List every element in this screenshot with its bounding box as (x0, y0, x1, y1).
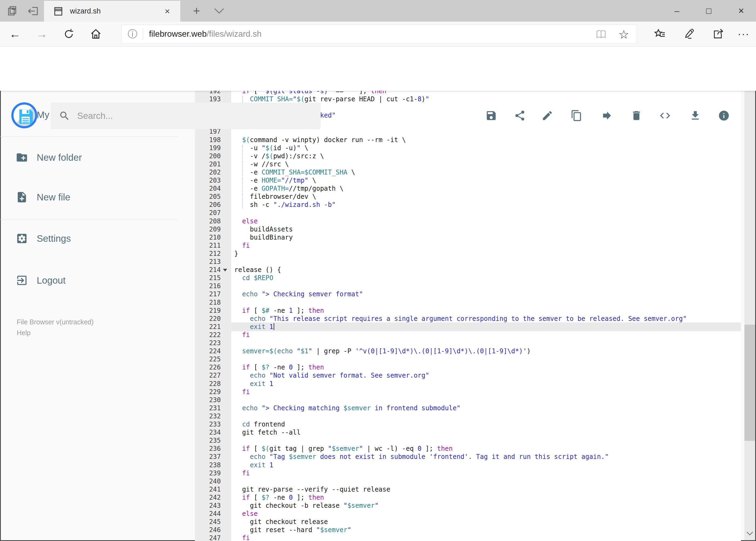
fold-marker-icon[interactable] (223, 269, 227, 271)
share-icon[interactable] (709, 22, 728, 46)
window-maximize-button[interactable]: □ (696, 0, 722, 22)
line-number[interactable]: 192 (195, 91, 231, 95)
line-number[interactable]: 213 (195, 258, 231, 266)
scrollbar-thumb[interactable] (744, 325, 755, 441)
code-line[interactable]: 230 (195, 396, 741, 404)
refresh-button[interactable] (59, 22, 78, 46)
line-number[interactable]: 220 (195, 315, 231, 323)
code-line[interactable]: 229 fi (195, 388, 741, 396)
line-number[interactable]: 203 (195, 176, 231, 185)
filebrowser-logo[interactable] (11, 102, 37, 128)
line-number[interactable]: 242 (195, 493, 231, 502)
code-line[interactable]: 200 -v /$(pwd):/src:z \ (195, 152, 741, 161)
code-line[interactable]: 223 (195, 339, 741, 347)
settings-menu-ellipsis[interactable]: ··· (734, 22, 753, 46)
search-bar[interactable] (51, 103, 321, 129)
code-line[interactable]: 199 -u "$(id -u)" \ (195, 144, 741, 152)
line-number[interactable]: 202 (195, 168, 231, 176)
code-line[interactable]: 212} (195, 250, 741, 258)
code-line[interactable]: 214release () { (195, 266, 741, 274)
code-line[interactable]: 217 echo "> Checking semver format" (195, 290, 741, 298)
save-icon[interactable] (485, 110, 497, 122)
line-number[interactable]: 234 (195, 428, 231, 436)
line-number[interactable]: 231 (195, 404, 231, 412)
info-icon[interactable] (718, 110, 730, 122)
line-number[interactable]: 193 (195, 95, 231, 103)
sidebar-footer-help-link[interactable]: Help (17, 329, 31, 337)
code-line[interactable]: 246 git reset --hard "$semver" (195, 526, 741, 534)
download-icon[interactable] (689, 110, 701, 122)
line-number[interactable]: 239 (195, 469, 231, 477)
sidebar-item-settings[interactable]: Settings (0, 229, 178, 248)
code-view-icon[interactable] (659, 110, 671, 122)
code-line[interactable]: 243 git checkout -b release "$semver" (195, 502, 741, 510)
code-line[interactable]: 222 fi (195, 331, 741, 339)
code-line[interactable]: 228 exit 1 (195, 380, 741, 388)
line-number[interactable]: 240 (195, 477, 231, 485)
line-number[interactable]: 222 (195, 331, 231, 339)
line-number[interactable]: 215 (195, 274, 231, 282)
line-number[interactable]: 228 (195, 380, 231, 388)
line-number[interactable]: 227 (195, 371, 231, 379)
code-line[interactable]: 205 filebrowser/dev \ (195, 193, 741, 201)
line-number[interactable]: 198 (195, 136, 231, 144)
line-number[interactable]: 221 (195, 323, 231, 331)
code-line[interactable]: 213 (195, 258, 741, 266)
line-number[interactable]: 243 (195, 502, 231, 510)
line-number[interactable]: 218 (195, 298, 231, 306)
sidebar-item-new-folder[interactable]: New folder (0, 148, 178, 167)
code-line[interactable]: 219 if [ $# -ne 1 ]; then (195, 306, 741, 315)
url-text[interactable]: filebrowser.web/files/wizard.sh (149, 29, 262, 39)
sidebar-item-logout[interactable]: Logout (0, 271, 178, 290)
code-line[interactable]: 234 git fetch --all (195, 428, 741, 437)
code-line[interactable]: 241 git rev-parse --verify --quiet relea… (195, 485, 741, 494)
code-line[interactable]: 226 if [ $? -ne 0 ]; then (195, 363, 741, 372)
line-number[interactable]: 201 (195, 160, 231, 168)
code-line[interactable]: 239 fi (195, 469, 741, 477)
code-line[interactable]: 192 if [ "$(git status -s)" == "" ]; the… (195, 91, 741, 95)
reading-view-icon[interactable] (595, 28, 607, 41)
site-info-icon[interactable]: ⓘ (127, 28, 137, 41)
line-number[interactable]: 245 (195, 518, 231, 526)
back-button[interactable]: ← (5, 22, 24, 46)
line-number[interactable]: 224 (195, 347, 231, 355)
code-line[interactable]: 193 COMMIT_SHA="$(git rev-parse HEAD | c… (195, 95, 741, 104)
code-line[interactable]: 220 echo "This release script requires a… (195, 315, 741, 323)
code-line[interactable]: 224 semver=$(echo "$1" | grep -P '^v(0|[… (195, 347, 741, 355)
code-line[interactable]: 247 fi (195, 534, 741, 541)
line-number[interactable]: 225 (195, 355, 231, 363)
code-line[interactable]: 208 else (195, 217, 741, 226)
code-line[interactable]: 206 sh -c "./wizard.sh -b" (195, 201, 741, 209)
line-number[interactable]: 204 (195, 185, 231, 193)
line-number[interactable]: 233 (195, 420, 231, 428)
code-line[interactable]: 204 -e GOPATH=//tmp/gopath \ (195, 185, 741, 193)
line-number[interactable]: 208 (195, 217, 231, 225)
code-line[interactable]: 235 (195, 436, 741, 445)
line-number[interactable]: 200 (195, 152, 231, 160)
browser-tab[interactable]: wizard.sh × (44, 1, 180, 22)
code-line[interactable]: 210 buildBinary (195, 234, 741, 242)
code-line[interactable]: 237 echo "Tag $semver does not exist in … (195, 453, 741, 461)
line-number[interactable]: 217 (195, 290, 231, 298)
code-line[interactable]: 215 cd $REPO (195, 274, 741, 282)
sidebar-item-new-file[interactable]: New file (0, 188, 178, 207)
code-line[interactable]: 221 exit 1 (195, 323, 741, 331)
line-number[interactable]: 207 (195, 209, 231, 217)
line-number[interactable]: 232 (195, 412, 231, 420)
code-line[interactable]: 233 cd frontend (195, 420, 741, 429)
code-line[interactable]: 227 echo "Not valid semver format. See s… (195, 371, 741, 380)
line-number[interactable]: 229 (195, 388, 231, 396)
line-number[interactable]: 238 (195, 461, 231, 469)
move-icon[interactable] (601, 110, 613, 122)
code-line[interactable]: 244 else (195, 510, 741, 518)
line-number[interactable]: 199 (195, 144, 231, 152)
hub-favorites-icon[interactable] (650, 22, 669, 46)
line-number[interactable]: 216 (195, 282, 231, 290)
edit-icon[interactable] (541, 110, 553, 122)
line-number[interactable]: 237 (195, 453, 231, 461)
window-close-button[interactable]: × (728, 0, 754, 22)
code-line[interactable]: 218 (195, 298, 741, 307)
web-note-pen-icon[interactable] (680, 22, 698, 46)
code-line[interactable]: 236 if [ $(git tag | grep "$semver" | wc… (195, 445, 741, 453)
code-line[interactable]: 232 (195, 412, 741, 420)
